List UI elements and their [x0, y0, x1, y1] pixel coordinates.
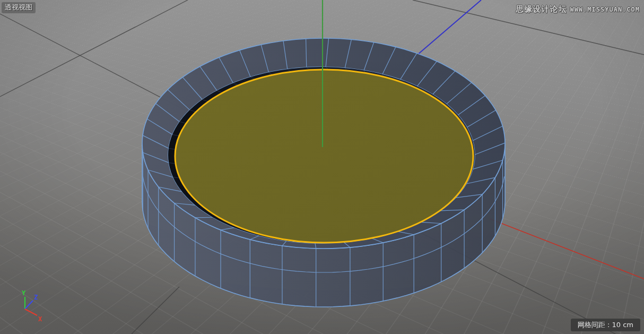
- watermark-site-url: WWW.MISSYUAN.COM: [570, 6, 640, 13]
- grid-spacing-badge: 网格间距 : 10 cm: [571, 319, 640, 331]
- x-axis-line: [490, 219, 644, 279]
- z-axis-line: [417, 0, 481, 55]
- perspective-viewport[interactable]: 透视视图 思缘设计论坛WWW.MISSYUAN.COM 网格间距 : 10 cm…: [0, 0, 644, 334]
- gizmo-y-label: Y: [22, 289, 26, 297]
- cylinder-mesh-object[interactable]: [142, 38, 505, 307]
- scene-canvas: [0, 0, 644, 334]
- gizmo-x-label: X: [38, 315, 42, 323]
- viewport-name-label: 透视视图: [2, 2, 36, 13]
- watermark-site-name: 思缘设计论坛: [516, 4, 567, 14]
- axis-gizmo-icon: Y Z X: [5, 284, 53, 324]
- watermark: 思缘设计论坛WWW.MISSYUAN.COM: [516, 4, 640, 14]
- gizmo-z-label: Z: [34, 294, 38, 301]
- selected-polygon-face: [175, 70, 473, 243]
